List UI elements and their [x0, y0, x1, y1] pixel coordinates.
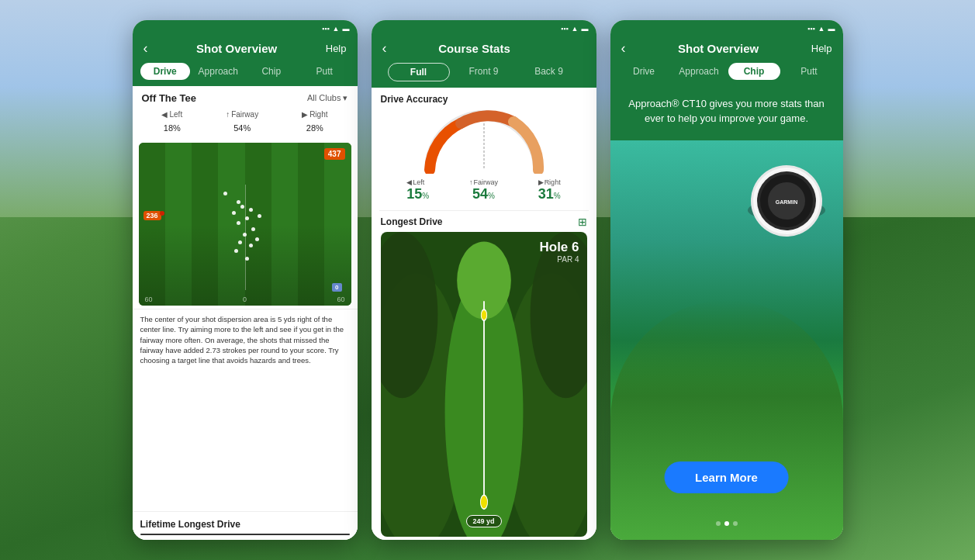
accuracy-chart-svg	[422, 108, 546, 174]
dot-2	[724, 521, 729, 526]
rough-texture	[381, 232, 587, 537]
tab-drive-1[interactable]: Drive	[140, 63, 191, 80]
drive-accuracy-title: Drive Accuracy	[381, 94, 587, 105]
acc-right-unit: %	[554, 192, 561, 200]
header-1: ‹ Shot Overview Help	[133, 36, 358, 63]
help-button-3[interactable]: Help	[811, 43, 832, 54]
acc-stat-left: ◀ Left 15%	[406, 178, 429, 202]
section-header-1: Off The Tee All Clubs ▾	[133, 86, 358, 107]
header-3: ‹ Shot Overview Help	[610, 36, 843, 63]
page-dots	[610, 521, 843, 526]
tab-full[interactable]: Full	[388, 63, 450, 81]
stat-fairway-value: 54%	[226, 119, 258, 135]
screen3-promo: ▪▪▪ ▲ ▬ ‹ Shot Overview Help Drive Appro…	[610, 20, 843, 540]
tab-front9[interactable]: Front 9	[453, 63, 515, 81]
stat-right-label: ▶ Right	[302, 110, 327, 119]
ct10-device: GARMIN	[744, 164, 829, 249]
acc-left-unit: %	[422, 192, 429, 200]
center-line	[245, 185, 246, 291]
shot-dot-13	[234, 249, 238, 253]
right-arrow-icon-2: ▶	[538, 178, 544, 186]
zero-badge: 0	[332, 283, 341, 292]
battery-icon: ▬	[343, 25, 350, 33]
accuracy-stats-row: ◀ Left 15% ↑ Fairway 54%	[381, 177, 587, 207]
shot-dot-5	[237, 221, 240, 225]
drive-accuracy-section: Drive Accuracy	[372, 88, 596, 210]
screen2-course-stats: ▪▪▪ ▲ ▬ ‹ Course Stats Full Front 9 Back…	[372, 20, 596, 540]
acc-right-label: ▶ Right	[538, 178, 561, 186]
status-bar-1: ▪▪▪ ▲ ▬	[133, 20, 358, 36]
lifetime-title: Lifetime Longest Drive	[140, 519, 240, 530]
promo-text: Approach® CT10 gives you more stats than…	[624, 97, 829, 126]
label-60-right: 60	[337, 296, 344, 303]
stat-left-label: ◀ Left	[161, 110, 182, 119]
stat-fairway-label: ↑ Fairway	[226, 110, 258, 119]
tab-bar-1: Drive Approach Chip Putt	[133, 63, 358, 86]
tab-approach-1[interactable]: Approach	[193, 63, 244, 80]
hole-map-svg	[381, 232, 587, 537]
svg-text:GARMIN: GARMIN	[775, 199, 797, 205]
left-arrow-icon: ◀	[161, 110, 168, 119]
shot-dot-6	[251, 227, 255, 231]
header-title-3: Shot Overview	[626, 42, 811, 55]
acc-fairway-unit: %	[488, 192, 495, 200]
stat-fairway-unit: %	[243, 123, 251, 133]
hole-map: Hole 6 PAR 4 249 yd	[381, 232, 587, 537]
longest-drive-title: Longest Drive	[381, 216, 443, 227]
progress-bar	[140, 534, 350, 535]
fairway-map: 437 236 0 60 0 60	[139, 143, 351, 306]
description-text: The center of your shot dispersion area …	[140, 314, 350, 365]
section-title-1: Off The Tee	[142, 92, 197, 104]
longest-drive-header: Longest Drive ⊞	[381, 216, 587, 228]
wifi-icon-2: ▲	[572, 25, 579, 33]
label-0-center: 0	[243, 296, 247, 303]
tab-chip-1[interactable]: Chip	[247, 63, 297, 80]
tab-putt-1[interactable]: Putt	[299, 63, 350, 80]
right-arrow-icon: ▶	[302, 110, 308, 119]
tab-back9[interactable]: Back 9	[518, 63, 580, 81]
stat-right-value: 28%	[302, 119, 327, 135]
help-button-1[interactable]: Help	[326, 43, 347, 54]
wifi-icon: ▲	[333, 25, 340, 33]
longest-drive-section: Longest Drive ⊞	[372, 211, 596, 540]
signal-icon-2: ▪▪▪	[561, 25, 569, 33]
hole-par: PAR 4	[539, 255, 579, 264]
shot-dot-10	[237, 200, 240, 204]
acc-stat-right: ▶ Right 31%	[538, 178, 561, 202]
battery-icon-2: ▬	[582, 25, 589, 33]
acc-left-value: 15%	[406, 186, 429, 202]
all-clubs-btn[interactable]: All Clubs ▾	[307, 93, 347, 103]
promo-image-area: GARMIN Learn More	[610, 140, 843, 540]
label-60-left: 60	[145, 296, 153, 303]
grid-icon[interactable]: ⊞	[578, 216, 587, 228]
shot-dot-8	[255, 237, 259, 241]
acc-left-label: ◀ Left	[406, 178, 429, 186]
tab-drive-3[interactable]: Drive	[618, 63, 670, 80]
screen1-shot-overview: ▪▪▪ ▲ ▬ ‹ Shot Overview Help Drive Appro…	[133, 20, 358, 540]
tab-putt-3[interactable]: Putt	[783, 63, 835, 80]
header-2: ‹ Course Stats	[372, 36, 596, 63]
header-title-2: Course Stats	[387, 42, 562, 55]
up-arrow-icon-2: ↑	[469, 178, 473, 186]
acc-fairway-label: ↑ Fairway	[469, 178, 498, 186]
distance-label: 249 yd	[465, 515, 501, 527]
up-arrow-icon-1: ↑	[226, 110, 230, 119]
tab-chip-3[interactable]: Chip	[728, 63, 780, 80]
dot-1	[716, 521, 721, 526]
promo-hills	[610, 300, 843, 540]
signal-icon: ▪▪▪	[322, 25, 330, 33]
acc-fairway-text: Fairway	[473, 178, 498, 186]
left-arrow-icon-2: ◀	[406, 178, 412, 186]
battery-icon-3: ▬	[828, 25, 835, 33]
acc-stat-fairway: ↑ Fairway 54%	[469, 178, 498, 202]
ct10-svg: GARMIN	[744, 164, 829, 249]
stat-left-value: 18%	[161, 119, 182, 135]
shot-dot-4	[249, 208, 253, 212]
hole-number: Hole 6	[539, 240, 579, 255]
svg-point-9	[481, 309, 486, 320]
stat-left: ◀ Left 18%	[161, 110, 182, 135]
tab-approach-3[interactable]: Approach	[673, 63, 725, 80]
acc-right-value: 31%	[538, 186, 561, 202]
learn-more-button[interactable]: Learn More	[664, 461, 789, 493]
status-bar-3: ▪▪▪ ▲ ▬	[610, 20, 843, 36]
